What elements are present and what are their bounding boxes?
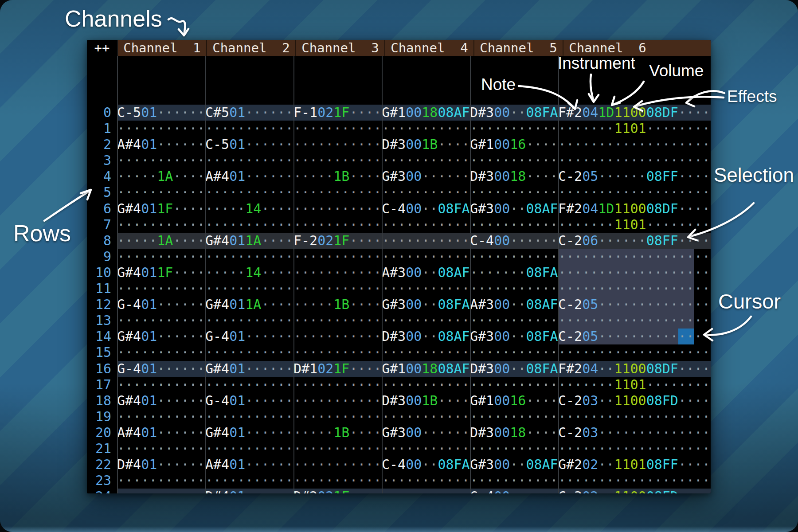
cell-r8-ch3[interactable]: F-2021F···· <box>293 233 382 249</box>
cell-r12-ch6[interactable]: C-205·············· <box>558 297 711 313</box>
cell-r12-ch1[interactable]: G-401······ <box>117 297 205 313</box>
pattern-row-13[interactable]: 13······································… <box>87 313 711 329</box>
cell-r3-ch5[interactable]: ··········· <box>470 153 558 168</box>
cell-r1-ch4[interactable]: ··········· <box>382 121 470 137</box>
pattern-row-12[interactable]: 12G-401······G#4011A·········1B····G#300… <box>87 297 711 313</box>
cell-r21-ch3[interactable]: ··········· <box>293 441 382 457</box>
cell-r1-ch5[interactable]: ··········· <box>470 121 558 137</box>
cell-r16-ch3[interactable]: D#1021F···· <box>293 361 382 377</box>
cell-r24-ch1[interactable]: ··········· <box>117 489 205 493</box>
cell-r3-ch3[interactable]: ··········· <box>293 153 382 168</box>
cell-r2-ch6[interactable]: ··················· <box>558 137 711 153</box>
cell-r15-ch6[interactable]: ··················· <box>558 344 711 360</box>
cell-r0-ch2[interactable]: C#501······ <box>205 105 293 121</box>
cell-r7-ch6[interactable]: ·······1101········ <box>558 217 711 233</box>
cell-r4-ch2[interactable]: A#401······ <box>205 168 293 184</box>
cell-r13-ch1[interactable]: ··········· <box>117 313 205 329</box>
cell-r18-ch6[interactable]: C-203··110008FD···· <box>558 393 711 409</box>
pattern-row-21[interactable]: 21······································… <box>87 441 711 457</box>
cell-r15-ch1[interactable]: ··········· <box>117 344 205 360</box>
cell-r16-ch2[interactable]: G#401······ <box>205 361 293 377</box>
pattern-row-9[interactable]: 9·······································… <box>87 249 711 265</box>
cell-r20-ch6[interactable]: C-203·············· <box>558 425 711 441</box>
cell-r13-ch2[interactable]: ··········· <box>205 313 293 329</box>
pattern-row-10[interactable]: 10G#4011F·········14···············A#300… <box>87 265 711 281</box>
pattern-row-11[interactable]: 11······································… <box>87 281 711 297</box>
cell-r13-ch6[interactable]: ··················· <box>558 313 711 329</box>
cell-r22-ch4[interactable]: C-400··08FA <box>382 457 470 473</box>
cell-r23-ch2[interactable]: ··········· <box>205 473 293 489</box>
cell-r17-ch4[interactable]: ··········· <box>382 377 470 393</box>
cell-r8-ch6[interactable]: C-206······08FF···· <box>558 233 711 249</box>
add-channel-button[interactable]: ++ <box>87 40 118 56</box>
cell-r8-ch1[interactable]: ·····1A···· <box>117 233 205 249</box>
cell-r23-ch4[interactable]: ··········· <box>382 473 470 489</box>
cell-r24-ch5[interactable]: G-400······ <box>470 489 558 493</box>
cell-r22-ch3[interactable]: ··········· <box>293 457 382 473</box>
cell-r16-ch6[interactable]: F#204··110008DF···· <box>558 361 711 377</box>
pattern-row-19[interactable]: 19······································… <box>87 409 711 425</box>
cell-r11-ch3[interactable]: ··········· <box>293 281 382 297</box>
pattern-row-3[interactable]: 3·······································… <box>87 153 711 168</box>
cell-r16-ch1[interactable]: G-401······ <box>117 361 205 377</box>
cell-r14-ch1[interactable]: G#401······ <box>117 329 205 344</box>
pattern-row-7[interactable]: 7·······································… <box>87 217 711 233</box>
pattern-row-18[interactable]: 18G#401······G-401·················D#300… <box>87 393 711 409</box>
cell-r2-ch4[interactable]: D#3001B···· <box>382 137 470 153</box>
cell-r9-ch4[interactable]: ··········· <box>382 249 470 265</box>
cell-r15-ch4[interactable]: ··········· <box>382 344 470 360</box>
cell-r0-ch4[interactable]: G#1001808AF <box>382 105 470 121</box>
cell-r4-ch6[interactable]: C-205······08FF···· <box>558 168 711 184</box>
cell-r21-ch1[interactable]: ··········· <box>117 441 205 457</box>
cell-r11-ch2[interactable]: ··········· <box>205 281 293 297</box>
cell-r7-ch1[interactable]: ··········· <box>117 217 205 233</box>
cell-r2-ch2[interactable]: C-501······ <box>205 137 293 153</box>
cell-r3-ch2[interactable]: ··········· <box>205 153 293 168</box>
cell-r9-ch5[interactable]: ··········· <box>470 249 558 265</box>
cell-r15-ch3[interactable]: ··········· <box>293 344 382 360</box>
cell-r6-ch3[interactable]: ··········· <box>293 201 382 217</box>
cell-r4-ch3[interactable]: ·····1B···· <box>293 168 382 184</box>
cell-r12-ch2[interactable]: G#4011A···· <box>205 297 293 313</box>
cell-r5-ch1[interactable]: ··········· <box>117 184 205 200</box>
pattern-row-4[interactable]: 4·····1A····A#401···········1B····G#300·… <box>87 168 711 184</box>
cell-r3-ch6[interactable]: ··················· <box>558 153 711 168</box>
cell-r14-ch4[interactable]: D#300··08AF <box>382 329 470 344</box>
cell-r22-ch2[interactable]: A#401······ <box>205 457 293 473</box>
pattern-row-8[interactable]: 8·····1A····G#4011A····F-2021F··········… <box>87 233 711 249</box>
cell-r0-ch5[interactable]: D#300··08FA <box>470 105 558 121</box>
cell-r22-ch1[interactable]: D#401······ <box>117 457 205 473</box>
cell-r2-ch5[interactable]: G#10016···· <box>470 137 558 153</box>
cell-r10-ch5[interactable]: ·······08FA <box>470 265 558 281</box>
channel-header-2[interactable]: Channel 2 <box>207 40 296 56</box>
cell-r12-ch3[interactable]: ·····1B···· <box>293 297 382 313</box>
cell-r3-ch4[interactable]: ··········· <box>382 153 470 168</box>
cell-r9-ch3[interactable]: ··········· <box>293 249 382 265</box>
cell-r20-ch4[interactable]: G#300······ <box>382 425 470 441</box>
channel-header-4[interactable]: Channel 4 <box>385 40 474 56</box>
cell-r18-ch5[interactable]: G#10016···· <box>470 393 558 409</box>
cell-r19-ch2[interactable]: ··········· <box>205 409 293 425</box>
cell-r21-ch5[interactable]: ··········· <box>470 441 558 457</box>
cell-r4-ch5[interactable]: D#30018···· <box>470 168 558 184</box>
cell-r15-ch5[interactable]: ··········· <box>470 344 558 360</box>
pattern-row-2[interactable]: 2A#401······C-501·················D#3001… <box>87 137 711 153</box>
cell-r18-ch4[interactable]: D#3001B···· <box>382 393 470 409</box>
cell-r14-ch5[interactable]: G#300··08FA <box>470 329 558 344</box>
cell-r13-ch3[interactable]: ··········· <box>293 313 382 329</box>
cell-r7-ch5[interactable]: ··········· <box>470 217 558 233</box>
cell-r0-ch1[interactable]: C-501······ <box>117 105 205 121</box>
cell-r2-ch1[interactable]: A#401······ <box>117 137 205 153</box>
cell-r1-ch1[interactable]: ··········· <box>117 121 205 137</box>
cell-r11-ch6[interactable]: ··················· <box>558 281 711 297</box>
cell-r17-ch5[interactable]: ··········· <box>470 377 558 393</box>
cell-r2-ch3[interactable]: ··········· <box>293 137 382 153</box>
cell-r17-ch1[interactable]: ··········· <box>117 377 205 393</box>
cell-r18-ch2[interactable]: G-401······ <box>205 393 293 409</box>
cell-r16-ch4[interactable]: G#1001808AF <box>382 361 470 377</box>
cell-r14-ch3[interactable]: ··········· <box>293 329 382 344</box>
cell-r4-ch4[interactable]: G#300······ <box>382 168 470 184</box>
cell-r15-ch2[interactable]: ··········· <box>205 344 293 360</box>
cell-r20-ch5[interactable]: D#30018···· <box>470 425 558 441</box>
channel-header-3[interactable]: Channel 3 <box>296 40 385 56</box>
